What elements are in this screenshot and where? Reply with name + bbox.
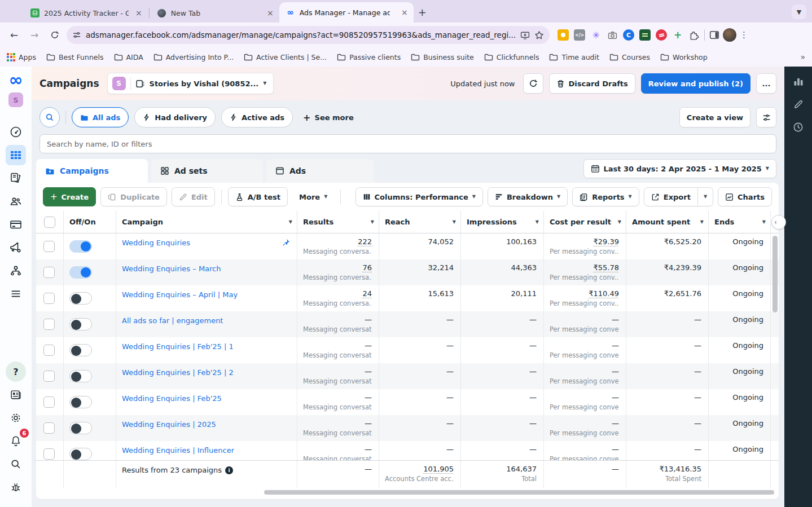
onoff-toggle[interactable]	[69, 292, 92, 305]
copilot-extension-icon[interactable]: C	[623, 29, 634, 41]
campaign-link[interactable]: Wedding Enquiries – March	[122, 264, 221, 273]
filter-search-button[interactable]	[39, 107, 60, 127]
extensions-puzzle-icon[interactable]	[688, 29, 700, 41]
tab-ads[interactable]: Ads	[266, 159, 374, 183]
bookmark-folder[interactable]: Active Clients | Se...	[244, 52, 327, 61]
search-rail-button[interactable]	[6, 454, 26, 474]
horizontal-scrollbar-thumb[interactable]	[264, 490, 774, 495]
onoff-toggle[interactable]	[69, 240, 92, 253]
report-bug-button[interactable]	[6, 477, 26, 497]
export-options-button[interactable]: ▼	[697, 188, 713, 206]
edit-button[interactable]: Edit	[172, 187, 215, 206]
back-icon[interactable]: ←	[6, 27, 23, 43]
create-view-button[interactable]: Create a view	[679, 107, 750, 127]
row-checkbox[interactable]	[43, 267, 55, 278]
column-header-ends[interactable]: Ends▼	[709, 211, 771, 233]
campaign-link[interactable]: All ads so far | engagement	[122, 316, 223, 325]
help-button[interactable]: ?	[6, 361, 26, 382]
tab-close-icon[interactable]: ×	[135, 9, 142, 17]
bookmark-folder[interactable]: Workshop	[660, 52, 708, 61]
bookmark-folder[interactable]: Time audit	[549, 52, 599, 61]
view-settings-button[interactable]	[756, 107, 776, 127]
onoff-toggle[interactable]	[69, 422, 92, 434]
bookmark-folder[interactable]: AIDA	[114, 52, 143, 61]
code-extension-icon[interactable]: </>	[574, 29, 585, 41]
select-all-checkbox[interactable]	[44, 217, 55, 228]
onoff-toggle[interactable]	[69, 266, 92, 279]
filter-pill-had-delivery[interactable]: Had delivery	[134, 107, 216, 127]
row-checkbox[interactable]	[43, 371, 55, 382]
row-checkbox[interactable]	[43, 241, 55, 252]
browser-tab-new-tab[interactable]: New Tab ×	[151, 3, 279, 23]
column-header-impressions[interactable]: Impressions▼	[461, 211, 544, 233]
profile-avatar[interactable]	[723, 28, 736, 42]
green-plus-extension-icon[interactable]: +	[672, 29, 683, 41]
bookmark-star-icon[interactable]	[534, 30, 544, 40]
bulk-send-extension-icon[interactable]	[639, 29, 651, 41]
sidebar-item-campaigns[interactable]	[6, 145, 26, 165]
new-tab-button[interactable]: +	[418, 6, 427, 18]
camera-extension-icon[interactable]	[607, 29, 618, 41]
row-checkbox[interactable]	[43, 293, 55, 304]
browser-tab-activity-tracker[interactable]: 2025 Activity Tracker - Googl ×	[24, 3, 148, 23]
sidebar-item-all-tools[interactable]	[6, 284, 26, 304]
info-icon[interactable]: i	[225, 466, 233, 474]
campaign-link[interactable]: Wedding Enquiries | Influencer	[122, 446, 234, 455]
sidebar-item-assets[interactable]	[6, 261, 26, 281]
onoff-toggle[interactable]	[69, 370, 92, 382]
bookmark-folder[interactable]: Best Funnels	[46, 52, 104, 61]
refresh-button[interactable]	[523, 73, 543, 94]
asterisk-extension-icon[interactable]: ✳	[590, 29, 602, 41]
bookmark-folder[interactable]: Passive clients	[337, 52, 401, 61]
column-header-campaign[interactable]: Campaign▼	[116, 211, 297, 233]
sidebar-item-billing[interactable]	[6, 214, 26, 235]
row-checkbox[interactable]	[43, 396, 55, 408]
account-avatar[interactable]: S	[8, 92, 23, 107]
notifications-button[interactable]: 6	[6, 431, 26, 451]
apps-shortcut[interactable]: Apps	[7, 53, 36, 61]
tab-close-icon[interactable]: ×	[401, 8, 408, 16]
bookmark-folder[interactable]: Courses	[609, 52, 650, 61]
insights-button[interactable]	[793, 76, 804, 87]
side-panel-icon[interactable]	[709, 30, 719, 40]
date-range-selector[interactable]: Last 30 days: 2 Apr 2025 - 1 May 2025 ▼	[583, 159, 777, 178]
header-more-button[interactable]: ...	[756, 73, 776, 94]
onoff-toggle[interactable]	[69, 344, 92, 356]
campaign-link[interactable]: Wedding Enquiries	[122, 239, 190, 247]
browser-tab-ads-manager[interactable]: ∞ Ads Manager - Manage ads - ×	[279, 2, 414, 23]
row-checkbox[interactable]	[43, 448, 55, 460]
history-button[interactable]	[793, 122, 804, 133]
row-checkbox[interactable]	[43, 345, 55, 356]
reload-icon[interactable]	[46, 27, 63, 43]
create-button[interactable]: + Create	[43, 187, 96, 206]
columns-button[interactable]: Columns: Performance ▼	[355, 187, 483, 206]
campaign-link[interactable]: Wedding Enquiries | Feb'25 | 1	[122, 342, 234, 351]
edit-panel-button[interactable]	[793, 99, 804, 109]
filter-pill-active-ads[interactable]: Active ads	[221, 107, 293, 127]
tab-campaigns[interactable]: Campaigns	[36, 159, 148, 183]
settings-button[interactable]	[6, 408, 26, 428]
meta-logo-icon[interactable]: ∞	[9, 73, 23, 87]
onoff-toggle[interactable]	[69, 448, 92, 460]
bookmarks-overflow-icon[interactable]: »	[800, 52, 805, 61]
discard-drafts-button[interactable]: Discard Drafts	[549, 73, 635, 94]
vertical-scrollbar-thumb[interactable]	[773, 236, 778, 312]
account-selector[interactable]: S Stories by Vishal (90852... ▼	[107, 73, 274, 94]
sidebar-item-overview[interactable]	[6, 122, 26, 142]
review-publish-button[interactable]: Review and publish (2)	[641, 73, 750, 94]
whats-new-button[interactable]	[6, 385, 26, 405]
sidebar-item-audiences[interactable]	[6, 191, 26, 211]
sidebar-item-ads-reporting[interactable]	[6, 237, 26, 258]
duplicate-button[interactable]: Duplicate	[100, 187, 167, 206]
column-header-results[interactable]: Results▼	[297, 211, 379, 233]
collapse-panel-button[interactable]: ‹	[771, 215, 786, 230]
more-button[interactable]: More ▼	[292, 187, 334, 206]
forward-icon[interactable]: →	[26, 27, 43, 43]
red-app-extension-icon[interactable]	[656, 29, 667, 41]
campaign-link[interactable]: Wedding Enquiries – April | May	[122, 290, 238, 299]
bookmark-folder[interactable]: Advertising Into P...	[153, 52, 234, 61]
address-bar[interactable]: adsmanager.facebook.com/adsmanager/manag…	[67, 26, 550, 44]
tab-close-icon[interactable]: ×	[267, 9, 274, 17]
see-more-button[interactable]: + See more	[303, 112, 354, 123]
column-header-reach[interactable]: Reach▼	[379, 211, 461, 233]
